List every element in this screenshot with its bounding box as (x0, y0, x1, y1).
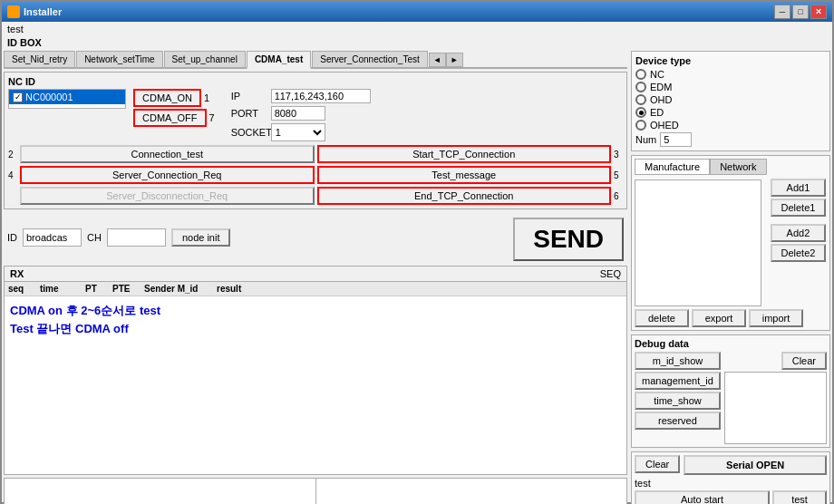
num-input[interactable] (660, 132, 692, 147)
nc-id-list[interactable]: ✓ NC000001 (8, 89, 126, 109)
export-button[interactable]: export (692, 309, 746, 327)
end-tcp-button[interactable]: End_TCP_Connection (317, 187, 612, 205)
manufacture-panel: Manufacture Network Add1 Delete1 Add2 De… (631, 155, 830, 331)
col-result: result (217, 284, 623, 294)
radio-ohd-dot[interactable] (635, 94, 646, 105)
radio-ohd[interactable]: OHD (635, 94, 826, 105)
test-section-label: test (635, 478, 827, 489)
id-field-label: ID (7, 232, 17, 243)
serial-open-button[interactable]: Serial OPEN (684, 455, 827, 475)
manufacture-tab[interactable]: Manufacture (635, 159, 710, 175)
debug-clear-button[interactable]: Clear (781, 352, 827, 370)
title-bar: Installer ─ □ ✕ (2, 2, 832, 22)
number-1-label: 1 (204, 92, 209, 103)
bottom-left-panel (5, 479, 316, 504)
seq-label: SEQ (600, 268, 621, 279)
num5-label: 5 (614, 170, 623, 180)
tab-setup-channel[interactable]: Set_up_channel (164, 51, 246, 67)
auto-start-button[interactable]: Auto start (635, 490, 770, 504)
minimize-button[interactable]: ─ (774, 5, 790, 19)
debug-section: Debug data m_id_show management_id time_… (631, 334, 830, 448)
manufacture-content (635, 179, 761, 306)
radio-ohd-label: OHD (650, 94, 672, 105)
col-seq: seq (8, 284, 40, 294)
radio-edm-label: EDM (650, 82, 672, 92)
connection-test-button[interactable]: Connection_test (20, 145, 315, 163)
nc-id-checkbox[interactable]: ✓ (13, 92, 23, 102)
nc-id-value: NC000001 (25, 92, 73, 102)
cdma-on-button[interactable]: CDMA_ON (133, 89, 201, 107)
node-init-button[interactable]: node init (171, 228, 231, 247)
management-id-button[interactable]: management_id (635, 372, 721, 390)
socket-label: SOCKET (231, 127, 267, 138)
import-button[interactable]: import (749, 309, 803, 327)
server-conn-req-button[interactable]: Server_Connection_Req (20, 166, 315, 184)
window-title: Installer (24, 6, 62, 17)
radio-ed-label: ED (650, 107, 664, 118)
radio-ohed-dot[interactable] (635, 120, 646, 131)
radio-ohed-label: OHED (650, 120, 679, 131)
delete1-button[interactable]: Delete1 (771, 199, 827, 217)
start-tcp-button[interactable]: Start_TCP_Connection (317, 145, 612, 163)
radio-ed[interactable]: ED (635, 107, 826, 118)
m-id-show-button[interactable]: m_id_show (635, 352, 721, 370)
id-input[interactable] (23, 228, 82, 247)
tab-set-nid[interactable]: Set_Nid_retry (4, 51, 75, 67)
server-disconn-button[interactable]: Server_Disconnection_Req (20, 187, 315, 205)
tab-cdma[interactable]: CDMA_test (247, 51, 311, 69)
radio-nc-dot[interactable] (635, 69, 646, 80)
socket-select[interactable]: 1234 (271, 123, 325, 141)
radio-ed-dot[interactable] (635, 107, 646, 118)
tab-nav-next[interactable]: ► (446, 53, 463, 67)
port-label: PORT (231, 108, 267, 119)
close-button[interactable]: ✕ (810, 5, 827, 19)
reserved-button[interactable]: reserved (635, 412, 721, 430)
add2-button[interactable]: Add2 (771, 224, 827, 242)
id-box-label: ID BOX (2, 36, 832, 49)
device-type-section: Device type NC EDM OHD ED (631, 51, 830, 151)
col-pt: PT (85, 284, 112, 294)
test-button[interactable]: test (772, 490, 827, 504)
radio-edm[interactable]: EDM (635, 82, 826, 92)
ip-label: IP (231, 91, 267, 102)
send-button[interactable]: SEND (513, 218, 624, 261)
col-pte: PTE (112, 284, 144, 294)
add1-button[interactable]: Add1 (771, 179, 827, 197)
debug-text-area (724, 372, 827, 444)
col-sender: Sender M_id (144, 284, 217, 294)
num-label: Num (635, 134, 656, 145)
tab-server-conn[interactable]: Server_Connection_Test (312, 51, 428, 67)
num2-label: 2 (8, 150, 17, 160)
test-message-button[interactable]: Test_message (317, 166, 612, 184)
device-type-label: Device type (635, 55, 826, 66)
radio-nc-label: NC (650, 69, 664, 80)
col-time: time (40, 284, 85, 294)
ip-input[interactable] (271, 89, 371, 103)
delete2-button[interactable]: Delete2 (771, 244, 827, 262)
port-input[interactable] (271, 106, 325, 121)
serial-section: Clear Serial OPEN test Auto start test A… (631, 451, 830, 504)
rx-label: RX (10, 268, 24, 279)
radio-edm-dot[interactable] (635, 82, 646, 92)
num3-label: 3 (614, 150, 623, 160)
tab-nav-prev[interactable]: ◄ (429, 53, 446, 67)
rx-section: RX SEQ seq time PT PTE Sender M_id resul… (4, 266, 627, 475)
bottom-panels (4, 478, 627, 504)
rx-table-header: seq time PT PTE Sender M_id result (5, 282, 626, 296)
ch-input[interactable] (107, 228, 166, 247)
rx-line1: CDMA on 후 2~6순서로 test (10, 302, 621, 320)
radio-nc[interactable]: NC (635, 69, 826, 80)
delete-button[interactable]: delete (635, 309, 689, 327)
network-tab[interactable]: Network (710, 159, 766, 175)
serial-clear-button[interactable]: Clear (635, 455, 680, 473)
radio-ohed[interactable]: OHED (635, 120, 826, 131)
debug-label: Debug data (635, 338, 827, 349)
num6-label: 6 (614, 191, 623, 201)
tab-network[interactable]: Network_setTime (76, 51, 162, 67)
time-show-button[interactable]: time_show (635, 392, 721, 410)
app-icon (7, 5, 20, 18)
cdma-off-button[interactable]: CDMA_OFF (133, 109, 207, 127)
num4-label: 4 (8, 170, 17, 180)
test-section: test Auto start test Auto stop (635, 478, 827, 504)
maximize-button[interactable]: □ (792, 5, 809, 19)
